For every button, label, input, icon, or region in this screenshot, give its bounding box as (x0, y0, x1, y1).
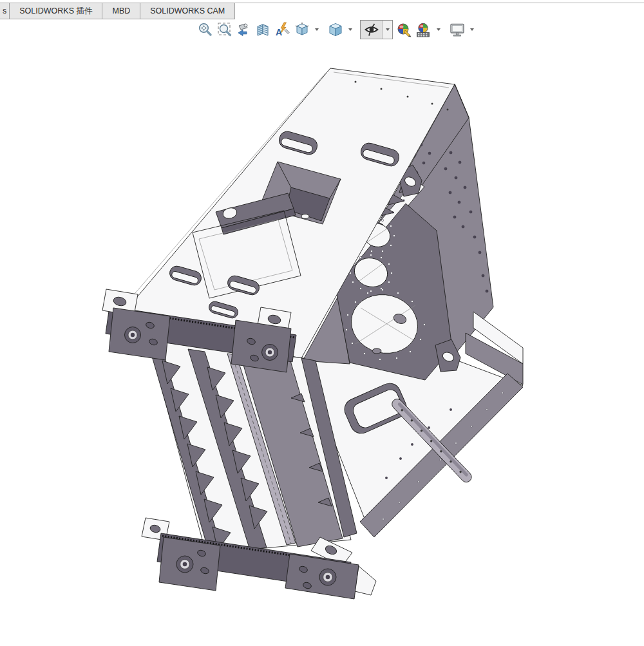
hide-show-items-button[interactable] (361, 21, 383, 39)
zoom-to-area-icon (217, 22, 232, 37)
view-orientation-button[interactable] (293, 21, 310, 39)
display-style-icon (328, 22, 343, 37)
section-view-button[interactable] (254, 21, 272, 39)
svg-text:A: A (276, 27, 282, 37)
annotation-views-button[interactable]: A (274, 21, 291, 39)
eye-icon (364, 23, 379, 37)
zoom-to-area-button[interactable] (216, 21, 233, 39)
apply-scene-icon (415, 22, 431, 38)
view-settings-button[interactable] (448, 21, 466, 39)
section-view-icon (256, 22, 271, 37)
tab-row: s SOLIDWORKS 插件 MBD SOLIDWORKS CAM (0, 3, 235, 19)
view-settings-dropdown[interactable] (468, 21, 476, 39)
previous-view-icon (236, 22, 252, 37)
zoom-to-fit-button[interactable] (196, 21, 214, 39)
hide-show-items-dropdown[interactable] (383, 21, 392, 39)
annotation-views-icon: A (274, 22, 290, 37)
cad-model-machine-base (0, 41, 644, 646)
display-style-button[interactable] (327, 21, 344, 39)
apply-scene-dropdown[interactable] (434, 21, 442, 39)
monitor-icon (449, 22, 466, 37)
hide-show-items-group (360, 20, 393, 39)
tab-solidworks-cam[interactable]: SOLIDWORKS CAM (140, 3, 235, 19)
tab-solidworks-addins[interactable]: SOLIDWORKS 插件 (10, 3, 102, 19)
heads-up-view-toolbar: A (196, 19, 478, 41)
solidworks-window: s SOLIDWORKS 插件 MBD SOLIDWORKS CAM (0, 0, 644, 646)
tab-mbd[interactable]: MBD (102, 3, 140, 19)
view-orientation-dropdown[interactable] (312, 21, 321, 39)
tab-partial[interactable]: s (0, 3, 10, 19)
display-style-dropdown[interactable] (346, 21, 354, 39)
edit-appearance-button[interactable] (395, 21, 413, 39)
apply-scene-button[interactable] (415, 21, 432, 39)
previous-view-button[interactable] (235, 21, 252, 39)
command-manager-tabstrip: s SOLIDWORKS 插件 MBD SOLIDWORKS CAM (0, 0, 644, 17)
graphics-viewport[interactable] (0, 41, 644, 646)
view-orientation-icon (294, 22, 310, 37)
zoom-to-fit-icon (198, 22, 213, 37)
edit-appearance-icon (396, 22, 412, 38)
